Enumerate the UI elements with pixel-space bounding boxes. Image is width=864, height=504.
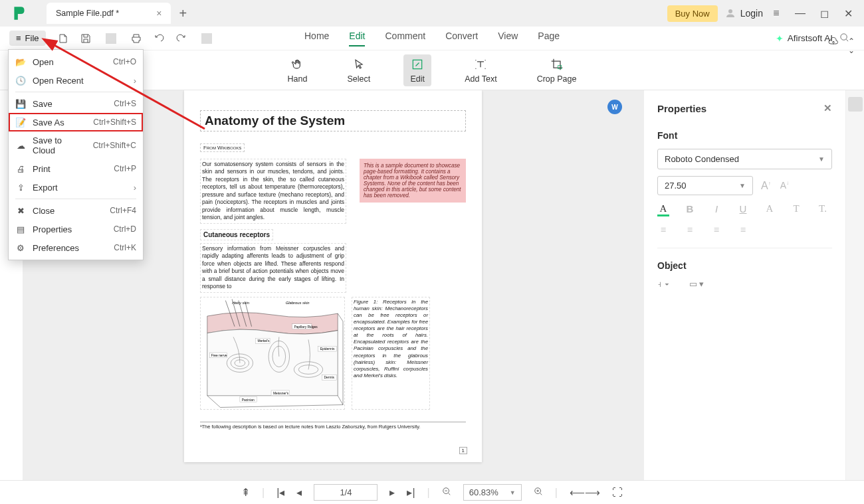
last-page-icon[interactable]: ▸| bbox=[407, 486, 415, 499]
menu-open-recent[interactable]: 🕓 Open Recent › bbox=[9, 71, 143, 90]
menu-print[interactable]: 🖨 Print Ctrl+P bbox=[9, 159, 143, 178]
menu-save-cloud[interactable]: ☁ Save to Cloud Ctrl+Shift+C bbox=[9, 131, 143, 159]
paragraph-2[interactable]: Sensory information from Meissner corpus… bbox=[200, 243, 346, 293]
text-t-icon[interactable]: T bbox=[790, 203, 802, 216]
maximize-icon[interactable]: ◻ bbox=[819, 7, 829, 20]
italic-icon[interactable]: I bbox=[710, 203, 722, 216]
subheading[interactable]: Cutaneous receptors bbox=[200, 229, 273, 240]
bold-icon[interactable]: B bbox=[684, 203, 696, 216]
align-right-icon[interactable]: ≡ bbox=[710, 224, 722, 236]
underline-icon[interactable]: U bbox=[737, 203, 749, 216]
crop-tool[interactable]: Crop Page bbox=[530, 54, 584, 86]
document-tab[interactable]: Sample File.pdf * × bbox=[47, 3, 171, 24]
cloud-upload-icon[interactable] bbox=[828, 37, 839, 55]
zoom-value: 60.83% bbox=[469, 487, 498, 497]
print-icon[interactable] bbox=[131, 33, 142, 44]
chevron-down-icon: ▼ bbox=[739, 182, 746, 189]
file-menu-button[interactable]: ≡ File bbox=[9, 31, 46, 46]
add-text-tool[interactable]: Add Text bbox=[458, 54, 503, 86]
menu-page[interactable]: Page bbox=[538, 31, 560, 46]
menu-home[interactable]: Home bbox=[304, 31, 329, 46]
sample-note-box[interactable]: This is a sample document to showcase pa… bbox=[360, 159, 466, 203]
panel-toggle-icon[interactable] bbox=[848, 97, 863, 112]
footnote[interactable]: ¹The following description is based on l… bbox=[200, 422, 466, 430]
menu-convert[interactable]: Convert bbox=[445, 31, 478, 46]
distribute-objects-dropdown[interactable]: ▭ ▾ bbox=[689, 279, 704, 289]
figure-caption[interactable]: Figure 1: Receptors in the human skin: M… bbox=[352, 297, 430, 410]
menu-save[interactable]: 💾 Save Ctrl+S bbox=[9, 94, 143, 113]
clock-icon: 🕓 bbox=[15, 75, 26, 86]
translate-badge-icon[interactable]: W bbox=[607, 100, 622, 114]
zoom-out-icon[interactable] bbox=[442, 487, 451, 499]
menu-close[interactable]: ✖ Close Ctrl+F4 bbox=[9, 201, 143, 220]
align-left-icon[interactable]: ≡ bbox=[657, 224, 669, 236]
hamburger-icon[interactable]: ≡ bbox=[771, 7, 782, 20]
close-panel-icon[interactable]: ✕ bbox=[823, 102, 832, 114]
menu-icon: ≡ bbox=[16, 33, 21, 43]
subscript-icon[interactable]: T. bbox=[817, 203, 829, 216]
menu-open[interactable]: 📂 Open Ctrl+O bbox=[9, 52, 143, 71]
minimize-icon[interactable]: — bbox=[795, 7, 806, 20]
hand-icon bbox=[290, 57, 305, 72]
menu-preferences[interactable]: ⚙ Preferences Ctrl+K bbox=[9, 238, 143, 257]
fit-width-icon[interactable]: ⟵⟶ bbox=[570, 486, 600, 499]
buy-now-button[interactable]: Buy Now bbox=[667, 5, 718, 22]
hand-label: Hand bbox=[288, 74, 308, 84]
paragraph-1[interactable]: Our somatosensory system consists of sen… bbox=[200, 159, 346, 224]
zoom-in-icon[interactable] bbox=[534, 487, 543, 499]
side-tab[interactable] bbox=[845, 90, 864, 480]
menu-edit[interactable]: Edit bbox=[349, 31, 365, 46]
menu-properties[interactable]: ▤ Properties Ctrl+D bbox=[9, 220, 143, 238]
scroll-top-icon[interactable]: ⇞ bbox=[241, 486, 250, 499]
ai-assistant-button[interactable]: ✦ Afirstsoft AI bbox=[776, 33, 833, 44]
font-color-icon[interactable]: A bbox=[657, 203, 669, 216]
hand-tool[interactable]: Hand bbox=[281, 54, 314, 86]
svg-text:Merkel's: Merkel's bbox=[257, 339, 270, 343]
next-page-icon[interactable]: ▸ bbox=[389, 486, 395, 499]
menu-export[interactable]: ⇪ Export › bbox=[9, 178, 143, 197]
save-icon[interactable] bbox=[80, 33, 91, 44]
file-label: File bbox=[25, 33, 39, 43]
doc-title[interactable]: Anatomy of the System bbox=[200, 110, 466, 131]
menu-save-as[interactable]: 📝 Save As Ctrl+Shift+S bbox=[9, 113, 143, 131]
svg-text:Meissner's: Meissner's bbox=[273, 391, 289, 394]
decrease-size-icon[interactable]: A↓ bbox=[780, 180, 789, 192]
align-center-icon[interactable]: ≡ bbox=[684, 224, 696, 236]
svg-text:Papillary Ridges: Papillary Ridges bbox=[294, 325, 318, 328]
select-tool[interactable]: Select bbox=[340, 54, 377, 86]
menu-comment[interactable]: Comment bbox=[385, 31, 425, 46]
doc-source[interactable]: From Wikibooks bbox=[200, 143, 245, 152]
login-button[interactable]: Login bbox=[724, 7, 763, 19]
zoom-level-dropdown[interactable]: 60.83% ▼ bbox=[463, 484, 522, 501]
increase-size-icon[interactable]: A↑ bbox=[761, 180, 771, 192]
save-icon: 💾 bbox=[15, 98, 26, 109]
menu-separator bbox=[15, 92, 136, 92]
letter-a-icon[interactable]: A bbox=[764, 203, 776, 216]
undo-icon[interactable] bbox=[154, 33, 164, 44]
font-size-input[interactable]: 27.50 ▼ bbox=[657, 176, 753, 195]
tab-close-icon[interactable]: × bbox=[156, 8, 162, 19]
page-indicator-input[interactable]: 1/4 bbox=[314, 484, 378, 501]
new-tab-button[interactable]: + bbox=[179, 6, 187, 21]
page-number-badge: 1 bbox=[459, 447, 467, 454]
prev-page-icon[interactable]: ◂ bbox=[296, 486, 302, 499]
open-file-icon[interactable] bbox=[58, 33, 68, 44]
cloud-icon: ☁ bbox=[15, 140, 26, 151]
ai-label: Afirstsoft AI bbox=[788, 33, 833, 43]
cursor-icon bbox=[352, 57, 366, 72]
fit-page-icon[interactable]: ⛶ bbox=[612, 487, 623, 499]
first-page-icon[interactable]: |◂ bbox=[276, 486, 284, 499]
redo-icon[interactable] bbox=[176, 33, 187, 44]
figure-skin-diagram[interactable]: Hairy skin Glabrous skin bbox=[200, 297, 345, 410]
font-family-dropdown[interactable]: Roboto Condensed ▼ bbox=[657, 149, 832, 169]
add-text-icon bbox=[473, 57, 488, 72]
menu-separator bbox=[15, 199, 136, 199]
menu-view[interactable]: View bbox=[498, 31, 518, 46]
close-window-icon[interactable]: ✕ bbox=[843, 7, 853, 20]
svg-point-0 bbox=[728, 9, 732, 13]
page-view: Anatomy of the System From Wikibooks Thi… bbox=[184, 90, 482, 462]
align-justify-icon[interactable]: ≡ bbox=[737, 224, 749, 236]
edit-tool[interactable]: Edit bbox=[403, 54, 431, 86]
align-objects-dropdown[interactable]: ⫞ ▾ bbox=[657, 279, 669, 289]
collapse-icon[interactable]: ⌃⌄ bbox=[848, 37, 855, 55]
